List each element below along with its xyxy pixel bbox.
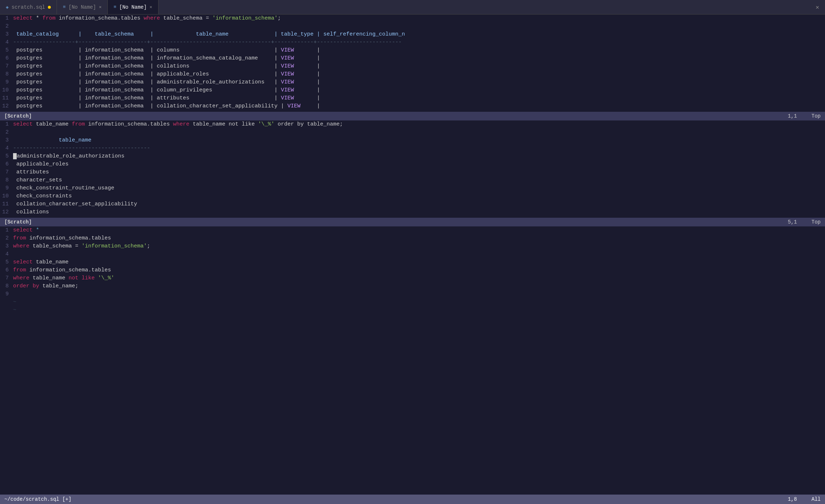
code-line-1-5: 5 postgres | information_schema | column…	[0, 47, 825, 55]
statusbar-pane1-right: 1,1 Top	[788, 113, 821, 119]
code-line-3-5: 5 select table_name	[0, 259, 825, 267]
pane-2-content[interactable]: 1 select table_name from information_sch…	[0, 120, 825, 218]
statusbar-final-name: ~/code/scratch.sql [+]	[4, 496, 71, 502]
statusbar-pane2-pos: 5,1	[788, 219, 797, 225]
statusbar-final-scroll: All	[812, 496, 821, 502]
code-line-1-11: 11 postgres | information_schema | attri…	[0, 95, 825, 103]
code-line-2-5: 5 administrable_role_authorizations	[0, 153, 825, 161]
sql-file-icon: ◈	[6, 4, 9, 10]
code-line-2-7: 7 attributes	[0, 169, 825, 177]
statusbar-pane1-name: [Scratch]	[4, 113, 32, 119]
file-icon-2: ≡	[114, 4, 116, 10]
code-line-1-7: 7 postgres | information_schema | collat…	[0, 63, 825, 71]
code-line-1-6: 6 postgres | information_schema | inform…	[0, 55, 825, 63]
code-line-1-9: 9 postgres | information_schema | admini…	[0, 79, 825, 87]
pane-2: 1 select table_name from information_sch…	[0, 120, 825, 226]
code-line-3-1: 1 select *	[0, 227, 825, 235]
pane-3: 1 select * 2 from information_schema.tab…	[0, 226, 825, 504]
code-line-2-10: 10 check_constraints	[0, 193, 825, 201]
pane-1: 1 select * from information_schema.table…	[0, 15, 825, 120]
tilde-line-2: ~	[0, 307, 825, 315]
code-line-1-10: 10 postgres | information_schema | colum…	[0, 87, 825, 95]
statusbar-pane1-pos: 1,1	[788, 113, 797, 119]
code-line-2-9: 9 check_constraint_routine_usage	[0, 185, 825, 193]
code-line-2-3: 3 table_name	[0, 137, 825, 145]
statusbar-final-pos: 1,8	[788, 496, 797, 502]
close-tab-1[interactable]: ✕	[99, 4, 102, 10]
statusbar-final-right: 1,8 All	[788, 496, 821, 502]
code-line-1-4: 4 -------------------+------------------…	[0, 39, 825, 47]
code-line-1-12: 12 postgres | information_schema | colla…	[0, 103, 825, 111]
tab-scratch-sql[interactable]: ◈ scratch.sql	[0, 0, 57, 14]
tab-label-noname2: [No Name]	[119, 4, 147, 10]
code-line-3-9: 9	[0, 291, 825, 299]
code-line-2-12: 12 collations	[0, 209, 825, 217]
statusbar-pane2-scroll: Top	[812, 219, 821, 225]
code-line-3-7: 7 where table_name not like '\_%'	[0, 275, 825, 283]
code-line-1-2: 2	[0, 23, 825, 31]
tab-noname1[interactable]: ≡ [No Name] ✕	[57, 0, 108, 14]
modified-dot	[48, 6, 51, 9]
code-line-3-4: 4	[0, 251, 825, 259]
statusbar-pane2-right: 5,1 Top	[788, 219, 821, 225]
code-line-2-1: 1 select table_name from information_sch…	[0, 121, 825, 129]
code-line-3-3: 3 where table_schema = 'information_sche…	[0, 243, 825, 251]
statusbar-pane2: [Scratch] 5,1 Top	[0, 218, 825, 226]
close-tab-2[interactable]: ✕	[149, 4, 152, 10]
code-line-2-4: 4 --------------------------------------…	[0, 145, 825, 153]
window-close-button[interactable]: ✕	[810, 0, 825, 14]
tab-bar: ◈ scratch.sql ≡ [No Name] ✕ ≡ [No Name] …	[0, 0, 825, 15]
code-line-2-2: 2	[0, 129, 825, 137]
code-line-1-8: 8 postgres | information_schema | applic…	[0, 71, 825, 79]
code-line-1-1: 1 select * from information_schema.table…	[0, 15, 825, 23]
code-line-2-6: 6 applicable_roles	[0, 161, 825, 169]
statusbar-pane1-scroll: Top	[812, 113, 821, 119]
tab-noname2[interactable]: ≡ [No Name] ✕	[108, 0, 159, 14]
code-line-1-3: 3 table_catalog | table_schema | table_n…	[0, 31, 825, 39]
statusbar-pane2-name: [Scratch]	[4, 219, 32, 225]
pane-3-content[interactable]: 1 select * 2 from information_schema.tab…	[0, 226, 825, 495]
file-icon-1: ≡	[63, 4, 66, 10]
tilde-line-1: ~	[0, 299, 825, 307]
statusbar-final: ~/code/scratch.sql [+] 1,8 All	[0, 495, 825, 504]
code-line-3-8: 8 order by table_name;	[0, 283, 825, 291]
code-line-3-6: 6 from information_schema.tables	[0, 267, 825, 275]
editor-container: 1 select * from information_schema.table…	[0, 15, 825, 504]
statusbar-pane1: [Scratch] 1,1 Top	[0, 112, 825, 120]
pane-1-content[interactable]: 1 select * from information_schema.table…	[0, 15, 825, 112]
tab-label-noname1: [No Name]	[69, 4, 96, 10]
code-line-2-8: 8 character_sets	[0, 177, 825, 185]
code-line-2-11: 11 collation_character_set_applicability	[0, 201, 825, 209]
code-line-3-2: 2 from information_schema.tables	[0, 235, 825, 243]
tab-label-scratch: scratch.sql	[12, 4, 45, 10]
